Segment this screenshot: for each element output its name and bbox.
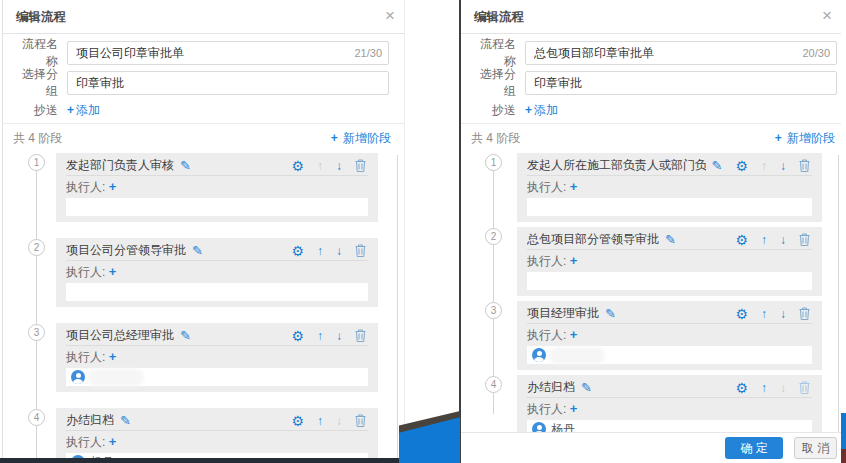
group-input[interactable] — [67, 71, 389, 95]
trash-icon[interactable] — [355, 329, 366, 342]
process-name-input[interactable] — [67, 41, 389, 65]
cc-add-button[interactable]: +添加 — [67, 102, 100, 119]
plus-icon: + — [331, 131, 338, 145]
executor-row: 执行人: + — [66, 433, 368, 451]
plus-icon: + — [67, 103, 74, 117]
add-executor-button[interactable]: + — [570, 327, 578, 342]
cancel-button[interactable]: 取 消 — [794, 437, 837, 459]
edit-icon[interactable]: ✎ — [120, 413, 131, 429]
move-up-icon[interactable]: ↑ — [317, 243, 323, 259]
cc-add-button[interactable]: +添加 — [525, 102, 558, 119]
move-up-icon[interactable]: ↑ — [317, 413, 323, 429]
confirm-button[interactable]: 确 定 — [725, 437, 783, 459]
gear-icon[interactable]: ⚙ — [291, 158, 304, 174]
stage-item: 1 发起部门负责人审核 ✎ ⚙ ↑ ↓ 执行人: + — [56, 153, 404, 222]
stage-item: 4 办结归档 ✎ ⚙ ↑ ↓ 执行人: + 杨丹 — [56, 408, 404, 463]
trash-icon[interactable] — [355, 244, 366, 257]
process-name-input[interactable] — [525, 41, 837, 65]
stage-card: 发起人所在施工部负责人或部门负责... ✎ ⚙ ↑ ↓ 执行人: + — [517, 153, 822, 222]
stage-number: 2 — [28, 239, 45, 256]
dialog-title: 编辑流程 — [474, 9, 524, 26]
add-executor-button[interactable]: + — [109, 349, 117, 364]
stage-title: 办结归档 — [527, 379, 575, 396]
trash-icon[interactable] — [799, 307, 810, 320]
move-down-icon[interactable]: ↓ — [780, 232, 786, 248]
group-label: 选择分组 — [471, 66, 516, 100]
stage-number: 1 — [28, 154, 45, 171]
gear-icon[interactable]: ⚙ — [735, 158, 748, 174]
move-up-icon[interactable]: ↑ — [761, 306, 767, 322]
edit-icon[interactable]: ✎ — [581, 380, 592, 396]
stage-number: 3 — [28, 324, 45, 341]
edit-icon[interactable]: ✎ — [605, 306, 616, 322]
trash-icon[interactable] — [355, 159, 366, 172]
edit-icon[interactable]: ✎ — [192, 243, 203, 259]
stage-number: 4 — [28, 409, 45, 426]
move-up-icon[interactable]: ↑ — [761, 380, 767, 396]
add-executor-button[interactable]: + — [109, 264, 117, 279]
move-down-icon[interactable]: ↓ — [336, 158, 342, 174]
move-down-icon[interactable]: ↓ — [780, 158, 786, 174]
plus-icon: + — [525, 103, 532, 117]
process-form: 流程名称 20/30 选择分组 抄送 +添加 — [461, 34, 841, 124]
stage-list: 1 发起部门负责人审核 ✎ ⚙ ↑ ↓ 执行人: + — [3, 153, 404, 463]
move-down-icon[interactable]: ↓ — [336, 328, 342, 344]
dialog-header: 编辑流程 × — [461, 0, 841, 34]
move-down-icon[interactable]: ↓ — [780, 306, 786, 322]
trash-icon[interactable] — [799, 159, 810, 172]
executor-row: 执行人: + — [527, 178, 812, 196]
char-counter: 20/30 — [802, 47, 830, 59]
executor-row: 执行人: + — [527, 400, 812, 418]
plus-icon: + — [775, 131, 782, 145]
gear-icon[interactable]: ⚙ — [735, 232, 748, 248]
process-name-label: 流程名称 — [13, 36, 58, 70]
avatar-icon — [532, 348, 546, 362]
group-row: 选择分组 — [13, 71, 402, 95]
edit-icon[interactable]: ✎ — [665, 232, 676, 248]
stage-card: 项目公司分管领导审批 ✎ ⚙ ↑ ↓ 执行人: + — [56, 238, 378, 307]
stage-title: 发起部门负责人审核 — [66, 157, 174, 174]
gear-icon[interactable]: ⚙ — [735, 380, 748, 396]
add-executor-button[interactable]: + — [570, 179, 578, 194]
group-input[interactable] — [525, 71, 837, 95]
move-down-icon[interactable]: ↓ — [336, 243, 342, 259]
close-icon[interactable]: × — [822, 5, 832, 27]
stage-count: 共 4 阶段 — [13, 130, 62, 147]
stage-number: 2 — [485, 228, 502, 245]
gear-icon[interactable]: ⚙ — [291, 243, 304, 259]
gear-icon[interactable]: ⚙ — [291, 328, 304, 344]
stage-title: 发起人所在施工部负责人或部门负责... — [527, 157, 706, 174]
stage-card: 项目经理审批 ✎ ⚙ ↑ ↓ 执行人: + — [517, 301, 822, 370]
executor-row: 执行人: + — [66, 178, 368, 196]
trash-icon[interactable] — [355, 414, 366, 427]
stages-bar: 共 4 阶段 + 新增阶段 — [461, 124, 841, 153]
add-executor-button[interactable]: + — [109, 434, 117, 449]
dialog-header: 编辑流程 × — [3, 0, 404, 34]
add-stage-button[interactable]: + 新增阶段 — [775, 130, 835, 147]
trash-icon[interactable] — [799, 381, 810, 394]
add-stage-button[interactable]: + 新增阶段 — [331, 130, 391, 147]
add-executor-button[interactable]: + — [109, 179, 117, 194]
process-name-label: 流程名称 — [471, 36, 516, 70]
stage-list: 1 发起人所在施工部负责人或部门负责... ✎ ⚙ ↑ ↓ 执行人: + — [461, 153, 841, 444]
gear-icon[interactable]: ⚙ — [735, 306, 748, 322]
gear-icon[interactable]: ⚙ — [291, 413, 304, 429]
edit-process-dialog-right: 编辑流程 × 流程名称 20/30 选择分组 抄送 +添加 — [459, 0, 841, 463]
executor-row: 执行人: + — [527, 326, 812, 344]
desktop-background-wedge — [399, 411, 460, 463]
executor-row: 执行人: + — [66, 348, 368, 366]
avatar-icon — [71, 370, 85, 384]
add-executor-button[interactable]: + — [570, 401, 578, 416]
executor-row: 执行人: + — [66, 263, 368, 281]
edit-icon[interactable]: ✎ — [180, 328, 191, 344]
add-executor-button[interactable]: + — [570, 253, 578, 268]
member-box — [66, 368, 368, 386]
cc-label: 抄送 — [471, 102, 516, 119]
move-up-icon[interactable]: ↑ — [761, 232, 767, 248]
cc-row: 抄送 +添加 — [471, 101, 841, 119]
edit-icon[interactable]: ✎ — [180, 158, 191, 174]
move-up-icon[interactable]: ↑ — [317, 328, 323, 344]
close-icon[interactable]: × — [385, 5, 395, 27]
trash-icon[interactable] — [799, 233, 810, 246]
edit-icon[interactable]: ✎ — [712, 158, 723, 174]
